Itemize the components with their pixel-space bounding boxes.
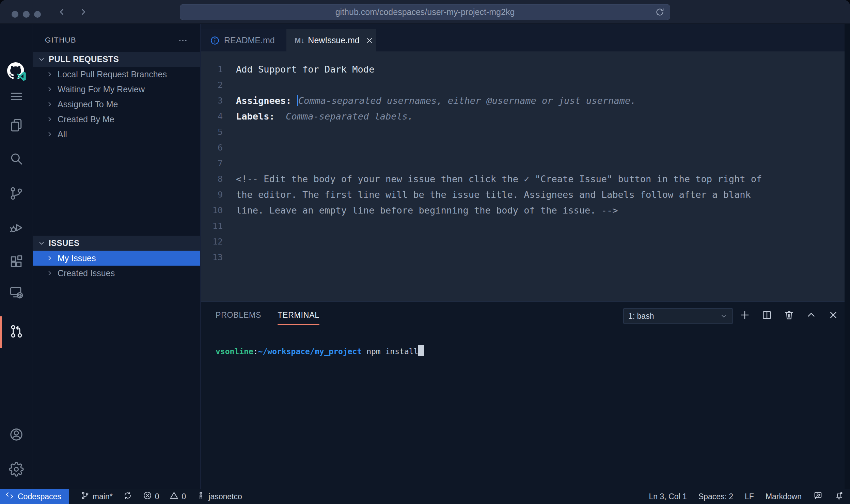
close-icon[interactable] bbox=[365, 36, 374, 45]
line-number: 9 bbox=[201, 187, 223, 203]
activity-bar-item-remote-explorer[interactable] bbox=[0, 279, 32, 306]
activity-bar-item-github-pull-requests[interactable] bbox=[0, 318, 32, 346]
window-controls bbox=[12, 11, 41, 18]
editor-line[interactable]: 7 bbox=[201, 156, 845, 171]
editor-line[interactable]: 3Assignees: Comma-separated usernames, e… bbox=[201, 93, 845, 109]
editor-line[interactable]: 6 bbox=[201, 140, 845, 156]
section-header-issues[interactable]: ISSUES bbox=[33, 236, 200, 251]
markdown-icon: M↓ bbox=[295, 36, 304, 45]
address-bar[interactable]: github.com/codespaces/user-my-project-mg… bbox=[180, 4, 670, 20]
tree-item-assigned-to-me[interactable]: Assigned To Me bbox=[33, 97, 200, 112]
panel-tab-terminal[interactable]: TERMINAL bbox=[278, 311, 319, 325]
activity-bar-item-explorer[interactable] bbox=[0, 112, 32, 140]
tab-newissue.md[interactable]: M↓NewIssue.md bbox=[286, 29, 376, 51]
editor[interactable]: 1Add Support for Dark Mode23Assignees: C… bbox=[201, 51, 845, 301]
bottom-panel: PROBLEMSTERMINAL 1: bash vsonline:~/work… bbox=[201, 301, 845, 489]
line-number: 4 bbox=[201, 109, 223, 124]
panel-tab-problems[interactable]: PROBLEMS bbox=[216, 311, 261, 325]
tree-item-all[interactable]: All bbox=[33, 127, 200, 142]
line-number: 5 bbox=[201, 124, 223, 140]
more-actions-icon[interactable] bbox=[178, 35, 188, 46]
status-errors[interactable]: 0 bbox=[143, 491, 159, 502]
browser-forward-button[interactable] bbox=[78, 6, 89, 18]
line-number: 6 bbox=[201, 140, 223, 156]
editor-line[interactable]: 9the editor. The first line will be the … bbox=[201, 187, 845, 203]
tree-item-local-pull-request-branches[interactable]: Local Pull Request Branches bbox=[33, 67, 200, 82]
status-language-mode[interactable]: Markdown bbox=[766, 492, 802, 501]
tree-item-created-issues[interactable]: Created Issues bbox=[33, 266, 200, 281]
line-number: 8 bbox=[201, 171, 223, 187]
activity-bar-item-github-codespaces-logo[interactable] bbox=[0, 58, 32, 85]
files-icon bbox=[9, 118, 24, 134]
activity-bar-item-search[interactable] bbox=[0, 146, 32, 173]
tree-item-created-by-me[interactable]: Created By Me bbox=[33, 112, 200, 127]
status-feedback[interactable] bbox=[813, 491, 823, 502]
tab-bar: README.mdM↓NewIssue.md bbox=[201, 24, 845, 51]
terminal[interactable]: vsonline:~/workspace/my_project npm inst… bbox=[216, 345, 424, 356]
editor-line[interactable]: 8<!-- Edit the body of your new issue th… bbox=[201, 171, 845, 187]
status-git-branch[interactable]: main* bbox=[80, 491, 113, 502]
editor-line[interactable]: 5 bbox=[201, 124, 845, 140]
warning-icon bbox=[169, 491, 179, 502]
terminal-shell-select[interactable]: 1: bash bbox=[623, 308, 733, 324]
address-bar-url: github.com/codespaces/user-my-project-mg… bbox=[335, 7, 515, 17]
status-cursor-position[interactable]: Ln 3, Col 1 bbox=[649, 492, 687, 501]
browser-back-button[interactable] bbox=[56, 6, 67, 18]
maximize-window-button[interactable] bbox=[34, 11, 41, 18]
error-icon bbox=[143, 491, 152, 502]
browser-chrome: github.com/codespaces/user-my-project-mg… bbox=[0, 0, 850, 24]
split-icon[interactable] bbox=[761, 309, 773, 322]
editor-line[interactable]: 11 bbox=[201, 218, 845, 234]
section-header-pull-requests[interactable]: PULL REQUESTS bbox=[33, 52, 200, 67]
editor-line[interactable]: 13 bbox=[201, 250, 845, 265]
pull-request-icon bbox=[9, 324, 24, 340]
remote-ind-icon bbox=[5, 491, 14, 502]
close-icon[interactable] bbox=[828, 309, 839, 322]
activity-bar-item-menu[interactable] bbox=[0, 83, 32, 111]
editor-line[interactable]: 4Labels: Comma-separated labels. bbox=[201, 109, 845, 124]
status-indentation[interactable]: Spaces: 2 bbox=[698, 492, 733, 501]
line-number: 7 bbox=[201, 156, 223, 171]
tab-readme.md[interactable]: README.md bbox=[201, 29, 286, 51]
person-icon bbox=[196, 491, 206, 502]
terminal-cursor bbox=[418, 345, 424, 356]
github-logo-icon bbox=[7, 62, 26, 81]
editor-line[interactable]: 1Add Support for Dark Mode bbox=[201, 62, 845, 77]
trash-icon[interactable] bbox=[783, 309, 795, 322]
editor-group: README.mdM↓NewIssue.md 1Add Support for … bbox=[201, 24, 845, 489]
activity-bar-item-account[interactable] bbox=[0, 422, 32, 449]
line-number: 11 bbox=[201, 218, 223, 234]
reload-icon[interactable] bbox=[655, 7, 665, 17]
line-number: 10 bbox=[201, 203, 223, 218]
activity-bar-item-extensions[interactable] bbox=[0, 249, 32, 276]
activity-bar-item-run-debug[interactable] bbox=[0, 215, 32, 242]
status-sync[interactable] bbox=[123, 491, 132, 502]
terminal-shell-label: 1: bash bbox=[628, 312, 654, 321]
close-window-button[interactable] bbox=[12, 11, 18, 18]
status-notifications[interactable] bbox=[834, 491, 844, 502]
bell-dot-icon bbox=[834, 491, 844, 502]
plus-icon[interactable] bbox=[739, 309, 751, 322]
status-eol[interactable]: LF bbox=[745, 492, 754, 501]
tree-item-waiting-for-my-review[interactable]: Waiting For My Review bbox=[33, 82, 200, 97]
activity-bar-item-settings[interactable] bbox=[0, 456, 32, 484]
tree-item-my-issues[interactable]: My Issues bbox=[33, 251, 200, 266]
line-number: 13 bbox=[201, 250, 223, 265]
activity-bar bbox=[0, 24, 32, 489]
editor-line[interactable]: 12 bbox=[201, 234, 845, 250]
activity-bar-item-source-control[interactable] bbox=[0, 180, 32, 208]
line-number: 2 bbox=[201, 77, 223, 93]
status-warnings[interactable]: 0 bbox=[169, 491, 186, 502]
gear-icon bbox=[9, 462, 24, 478]
status-codespaces-remote[interactable]: Codespaces bbox=[0, 489, 69, 504]
editor-line[interactable]: 10line. Leave an empty line before begin… bbox=[201, 203, 845, 218]
editor-line[interactable]: 2 bbox=[201, 77, 845, 93]
feedback-icon bbox=[813, 491, 823, 502]
codespaces-window: github.com/codespaces/user-my-project-mg… bbox=[0, 0, 850, 504]
chevron-up-icon[interactable] bbox=[805, 309, 817, 322]
search-icon bbox=[9, 151, 24, 168]
source-control-icon bbox=[9, 186, 24, 202]
scrollbar-gutter bbox=[845, 24, 850, 489]
status-github-user[interactable]: jasonetco bbox=[196, 491, 242, 502]
minimize-window-button[interactable] bbox=[23, 11, 30, 18]
